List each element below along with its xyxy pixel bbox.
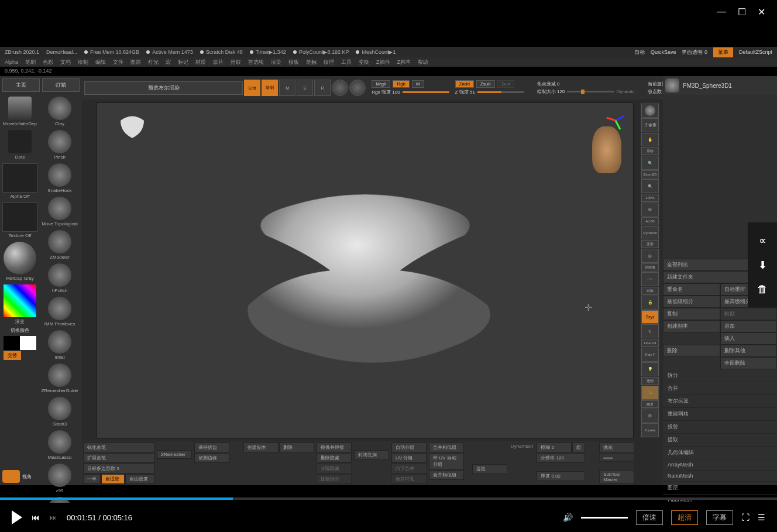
- menu-file[interactable]: 文件: [113, 59, 123, 66]
- draw-mode[interactable]: 绘制: [262, 80, 278, 96]
- menu-transform[interactable]: 变换: [359, 59, 369, 66]
- volume-icon[interactable]: 🔊: [563, 513, 573, 522]
- merge-section[interactable]: 合并: [663, 382, 777, 395]
- subtool-thumb[interactable]: [665, 78, 679, 92]
- mirror-weld[interactable]: 镜像并焊接: [317, 442, 352, 452]
- rotate-tool[interactable]: R: [314, 80, 331, 96]
- subpixel-button[interactable]: 子像素: [641, 118, 659, 132]
- menu-macro[interactable]: 宏: [166, 59, 171, 66]
- menu-edit[interactable]: 编辑: [95, 59, 106, 66]
- brush-zmodeler[interactable]: ZModeler: [40, 228, 80, 261]
- delete-all-button[interactable]: 全部删除: [720, 357, 778, 369]
- group-toggle[interactable]: 组: [572, 442, 585, 452]
- alpha-off[interactable]: Alpha Off: [0, 161, 40, 200]
- brush-masklasso[interactable]: MaskLasso: [40, 428, 80, 461]
- new-folder-button[interactable]: 新建文件夹: [663, 271, 759, 283]
- video-timeline[interactable]: [0, 497, 777, 500]
- menu-zplugin[interactable]: Z插件: [376, 59, 390, 66]
- paste-button[interactable]: 粘贴: [720, 308, 778, 320]
- swap-button[interactable]: 交替: [4, 351, 21, 360]
- delete-button[interactable]: 删除: [663, 345, 720, 357]
- blur-slider[interactable]: 模糊 2: [537, 442, 572, 452]
- preview-bool[interactable]: 预览布尔渲染: [84, 81, 243, 95]
- m-button[interactable]: M: [412, 80, 424, 88]
- color-swatch[interactable]: [4, 336, 36, 350]
- brush-move[interactable]: MoveInfiniteDep: [0, 94, 40, 128]
- append-button[interactable]: 追加: [720, 320, 778, 332]
- brush-pinch[interactable]: Pinch: [40, 128, 80, 161]
- menu-texture[interactable]: 纹理: [324, 59, 334, 66]
- menu-help[interactable]: 帮助: [418, 59, 428, 66]
- ghost-button[interactable]: □: [641, 386, 659, 400]
- stroke-dots[interactable]: Dots: [0, 128, 40, 161]
- menu-stencil[interactable]: 模板: [288, 59, 299, 66]
- focus-shift[interactable]: 焦点衰减 0: [537, 81, 560, 87]
- lightbox-button[interactable]: 灯箱: [42, 78, 80, 92]
- record-icon[interactable]: [2, 470, 20, 483]
- merge-vis[interactable]: 合并可见: [391, 474, 427, 484]
- rename-button[interactable]: 重命名: [663, 283, 720, 296]
- sxyz-button[interactable]: Sxyz: [641, 310, 659, 324]
- keep-crease[interactable]: 保持折边: [194, 442, 229, 452]
- rgb-intensity[interactable]: Rgb 强度 100: [372, 89, 400, 95]
- uv-group[interactable]: UV 分组: [391, 453, 427, 463]
- brush-snakehook[interactable]: SnakeHook: [40, 161, 80, 194]
- quicksave-button[interactable]: QuickSave: [651, 49, 676, 55]
- sharp-crease[interactable]: 锐化首笔: [83, 442, 154, 452]
- list-all-button[interactable]: 全部列出: [663, 259, 759, 271]
- lock-button[interactable]: 🔒: [641, 296, 659, 310]
- menu-picker[interactable]: 拾取: [231, 59, 241, 66]
- rotate-button[interactable]: ↻: [641, 324, 659, 338]
- solo-button[interactable]: ⊞: [641, 409, 659, 423]
- gizmo-tool[interactable]: [332, 80, 348, 96]
- menu-brush[interactable]: 笔刷: [25, 59, 36, 66]
- menu-stroke[interactable]: 笔触: [306, 59, 317, 66]
- scale-tool[interactable]: S: [297, 80, 313, 96]
- menu-button[interactable]: 菜单: [713, 47, 733, 57]
- actual-button[interactable]: 🔍: [641, 179, 659, 193]
- menu-movie[interactable]: 影片: [213, 59, 224, 66]
- maximize-button[interactable]: ☐: [738, 6, 746, 18]
- viewport[interactable]: ✛: [97, 102, 634, 438]
- lowest-button[interactable]: 最低级细分: [663, 296, 720, 308]
- brush-slash3[interactable]: Slash3: [40, 394, 80, 428]
- aahalf-button[interactable]: ⊞: [641, 202, 659, 217]
- xpose-button[interactable]: X pose: [641, 423, 659, 437]
- floor-button[interactable]: ⊞: [641, 249, 659, 263]
- transp-button[interactable]: 💡: [641, 362, 659, 376]
- boolean-section[interactable]: 布尔运算: [663, 395, 777, 408]
- adaptive-button[interactable]: 自适应: [101, 474, 125, 484]
- create-copy[interactable]: 创建副本: [243, 442, 279, 452]
- sculpt-mesh[interactable]: [219, 159, 511, 382]
- merge-similar[interactable]: 合并相似组: [429, 442, 464, 452]
- minimize-button[interactable]: —: [717, 6, 726, 17]
- brush-clay[interactable]: Clay: [40, 94, 80, 128]
- menu-prefs[interactable]: 首选项: [248, 59, 264, 66]
- sculptris-tool[interactable]: [349, 80, 366, 96]
- scroll-button[interactable]: ✋: [641, 133, 659, 147]
- menu-light[interactable]: 灯光: [148, 59, 159, 66]
- home-button[interactable]: 主页: [2, 78, 40, 92]
- brush-inflat[interactable]: Inflat: [40, 328, 80, 361]
- prev-button[interactable]: ⏮: [32, 513, 40, 522]
- half-button[interactable]: 一半: [83, 474, 101, 484]
- local-button[interactable]: ↕↔: [641, 272, 659, 286]
- brush-hpolish[interactable]: hPolish: [40, 261, 80, 294]
- merge-down[interactable]: 向下合并: [391, 464, 427, 473]
- geometry-section[interactable]: 几何体编辑: [663, 447, 777, 459]
- quality-button[interactable]: 超清: [671, 510, 698, 525]
- close-holes[interactable]: 封闭孔洞: [354, 450, 389, 460]
- close-button[interactable]: ✕: [758, 6, 765, 18]
- duplicate-button[interactable]: 创建副本: [663, 320, 720, 332]
- rgb-button[interactable]: Rgb: [393, 80, 410, 88]
- speed-button[interactable]: 倍速: [636, 510, 663, 525]
- persp-button[interactable]: Dynamic: [641, 226, 659, 240]
- polish-slider[interactable]: ▬▬: [599, 453, 634, 462]
- zoom-button[interactable]: 🔍: [641, 156, 659, 170]
- menu-document[interactable]: 文档: [60, 59, 71, 66]
- curved-button[interactable]: 自由密度: [125, 474, 154, 484]
- menu-tool[interactable]: 工具: [341, 59, 352, 66]
- transparency-slider[interactable]: 界面透明 0: [682, 49, 707, 56]
- mrgb-button[interactable]: Mrgb: [372, 80, 390, 88]
- brush-imm[interactable]: IMM Primitives: [40, 294, 80, 328]
